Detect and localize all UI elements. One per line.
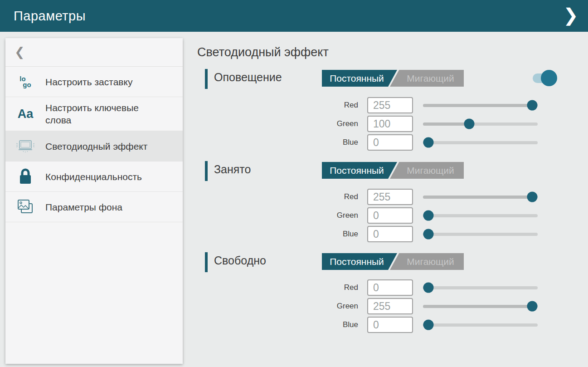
red-label: Red [290, 279, 358, 296]
led-effect-panel: Светодиодный эффект Оповещение Постоянны… [0, 0, 588, 367]
mode-constant-button[interactable]: Постоянный [322, 253, 397, 270]
red-label: Red [290, 97, 358, 113]
green-channel-row: Green [0, 298, 588, 314]
green-value-input[interactable] [367, 207, 413, 224]
slider-thumb[interactable] [423, 320, 434, 330]
section-title: Свободно [214, 254, 266, 267]
red-slider[interactable] [423, 191, 538, 202]
blue-channel-row: Blue [0, 317, 588, 333]
section-accent-bar [205, 252, 208, 272]
section-notification: Оповещение Постоянный Мигающий Red Green [0, 69, 588, 160]
section-title: Оповещение [214, 71, 282, 84]
section-title: Занято [214, 163, 251, 176]
slider-thumb[interactable] [527, 192, 538, 202]
blue-value-input[interactable] [367, 226, 413, 242]
mode-toggle-group: Постоянный Мигающий [322, 162, 464, 179]
blue-label: Blue [290, 226, 358, 242]
mode-blinking-button[interactable]: Мигающий [390, 253, 464, 270]
section-busy: Занято Постоянный Мигающий Red Green [0, 161, 588, 252]
green-channel-row: Green [0, 116, 588, 132]
section-accent-bar [205, 69, 208, 89]
section-accent-bar [205, 161, 208, 181]
blue-value-input[interactable] [367, 317, 413, 333]
slider-thumb[interactable] [423, 283, 434, 293]
green-label: Green [290, 116, 358, 132]
blue-slider[interactable] [423, 229, 538, 240]
slider-thumb[interactable] [423, 210, 434, 221]
section-free: Свободно Постоянный Мигающий Red Green [0, 252, 588, 343]
green-slider[interactable] [423, 301, 538, 312]
blue-slider[interactable] [423, 137, 538, 148]
blue-label: Blue [290, 134, 358, 151]
green-slider[interactable] [423, 118, 538, 129]
blue-slider[interactable] [423, 319, 538, 330]
enable-switch[interactable] [533, 69, 558, 87]
slider-thumb[interactable] [464, 119, 474, 129]
green-label: Green [290, 298, 358, 314]
panel-title: Светодиодный эффект [197, 45, 329, 59]
blue-channel-row: Blue [0, 226, 588, 242]
red-channel-row: Red [0, 97, 588, 113]
mode-toggle-group: Постоянный Мигающий [322, 253, 464, 270]
red-slider[interactable] [423, 100, 538, 111]
red-label: Red [290, 189, 358, 205]
slider-thumb[interactable] [527, 100, 538, 111]
green-value-input[interactable] [367, 298, 413, 314]
green-label: Green [290, 207, 358, 224]
blue-channel-row: Blue [0, 134, 588, 151]
switch-thumb [541, 70, 557, 86]
red-channel-row: Red [0, 189, 588, 205]
blue-label: Blue [290, 317, 358, 333]
green-value-input[interactable] [367, 116, 413, 132]
red-value-input[interactable] [367, 189, 413, 205]
blue-value-input[interactable] [367, 134, 413, 151]
slider-thumb[interactable] [527, 301, 538, 312]
red-channel-row: Red [0, 279, 588, 296]
mode-blinking-button[interactable]: Мигающий [390, 70, 464, 87]
mode-constant-button[interactable]: Постоянный [322, 162, 397, 179]
red-slider[interactable] [423, 282, 538, 293]
green-slider[interactable] [423, 210, 538, 221]
mode-toggle-group: Постоянный Мигающий [322, 70, 464, 87]
slider-thumb[interactable] [423, 137, 434, 148]
mode-constant-button[interactable]: Постоянный [322, 70, 397, 87]
settings-window: Параметры ❯ ❮ lo go Настроить заставку A… [0, 0, 588, 367]
green-channel-row: Green [0, 207, 588, 224]
red-value-input[interactable] [367, 279, 413, 296]
mode-blinking-button[interactable]: Мигающий [390, 162, 464, 179]
red-value-input[interactable] [367, 97, 413, 113]
slider-thumb[interactable] [423, 229, 434, 240]
